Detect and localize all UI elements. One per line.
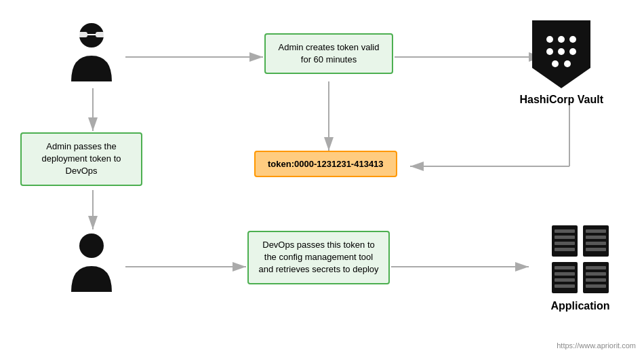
svg-point-15: [79, 233, 104, 258]
svg-rect-39: [555, 284, 575, 288]
svg-point-21: [558, 48, 565, 55]
url-text: https://www.apriorit.com: [557, 341, 636, 350]
svg-rect-29: [555, 248, 575, 251]
svg-rect-36: [555, 266, 575, 269]
svg-rect-31: [586, 229, 606, 233]
svg-point-19: [569, 36, 576, 43]
server-icons: [550, 224, 610, 295]
token-text: token:0000-1231231-413413: [268, 159, 384, 169]
svg-rect-38: [555, 278, 575, 282]
svg-rect-12: [78, 32, 87, 37]
app-label: Application: [550, 300, 609, 312]
svg-point-17: [546, 36, 553, 43]
devops-figure: [64, 231, 119, 292]
server-icon-2: [582, 224, 610, 258]
svg-point-23: [552, 60, 559, 67]
svg-rect-26: [555, 229, 575, 233]
svg-rect-13: [96, 32, 105, 37]
server-icon-3: [550, 261, 579, 295]
svg-rect-37: [555, 272, 575, 276]
admin-passes-text: Admin passes the deployment token to Dev…: [41, 141, 121, 176]
create-token-box: Admin creates token valid for 60 minutes: [264, 33, 393, 74]
svg-rect-44: [586, 284, 606, 288]
svg-rect-32: [586, 236, 606, 239]
app-section: Application: [550, 224, 610, 312]
devops-passes-text: DevOps passes this token to the config m…: [258, 240, 378, 274]
svg-rect-34: [586, 248, 606, 251]
svg-point-20: [546, 48, 553, 55]
token-box: token:0000-1231231-413413: [254, 151, 397, 177]
url-link: https://www.apriorit.com: [557, 341, 636, 350]
devops-passes-box: DevOps passes this token to the config m…: [247, 231, 390, 284]
svg-point-18: [558, 36, 565, 43]
svg-rect-33: [586, 242, 606, 245]
devops-icon: [64, 231, 119, 292]
server-icon-1: [550, 224, 579, 258]
admin-passes-box: Admin passes the deployment token to Dev…: [20, 132, 142, 186]
server-icon-4: [582, 261, 610, 295]
svg-rect-42: [586, 272, 606, 276]
svg-point-22: [569, 48, 576, 55]
svg-point-24: [564, 60, 571, 67]
create-token-text: Admin creates token valid for 60 minutes: [279, 42, 380, 64]
vault-section: HashiCorp Vault: [519, 14, 603, 106]
vault-label: HashiCorp Vault: [519, 94, 603, 106]
admin-icon: [64, 20, 119, 81]
svg-rect-28: [555, 242, 575, 245]
svg-rect-27: [555, 236, 575, 239]
admin-figure-top: [64, 20, 119, 81]
svg-rect-43: [586, 278, 606, 282]
svg-rect-41: [586, 266, 606, 269]
vault-logo: [531, 14, 592, 88]
diagram-container: Admin creates token valid for 60 minutes…: [0, 0, 644, 355]
